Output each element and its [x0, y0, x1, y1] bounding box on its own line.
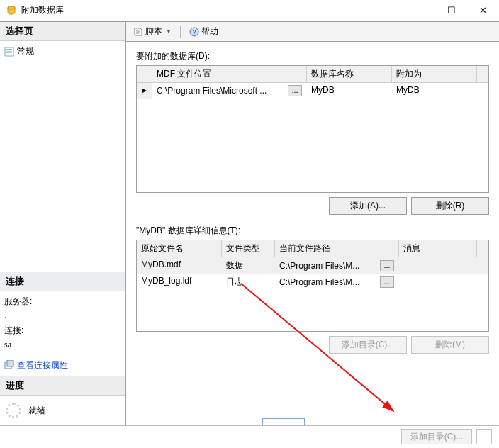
database-icon: [6, 5, 17, 16]
table-row[interactable]: MyDB.mdf 数据 C:\Program Files\M... ...: [137, 257, 488, 274]
script-button[interactable]: 脚本 ▼: [130, 24, 174, 39]
col-db-name[interactable]: 数据库名称: [307, 66, 392, 82]
databases-grid[interactable]: MDF 文件位置 数据库名称 附加为 ▸ C:\Program Files\Mi…: [136, 65, 489, 193]
remove-button[interactable]: 删除(R): [411, 197, 489, 215]
footer-add-directory-button: 添加目录(C)...: [401, 429, 472, 444]
focus-indicator: [262, 418, 305, 425]
help-icon: ?: [189, 27, 199, 37]
progress-spinner-icon: [6, 403, 21, 418]
server-value: .: [4, 308, 121, 323]
svg-rect-7: [7, 360, 13, 366]
browse-button[interactable]: ...: [380, 260, 394, 271]
right-panel: 脚本 ▼ ? 帮助 要附加的数据库(D): MDF 文件位置 数据库名称 附加为…: [126, 22, 499, 425]
col-original-filename[interactable]: 原始文件名: [137, 240, 222, 257]
view-connection-properties-link[interactable]: 查看连接属性: [17, 358, 68, 372]
browse-button[interactable]: ...: [288, 85, 302, 96]
left-panel: 选择页 常规 连接 服务器: . 连接: sa 查看连接属性 进度 就绪: [0, 22, 126, 425]
cell-filename: MyDB_log.ldf: [137, 274, 222, 290]
cell-path: C:\Program Files\M...: [279, 277, 377, 287]
details-grid[interactable]: 原始文件名 文件类型 当前文件路径 消息 MyDB.mdf 数据 C:\Prog…: [136, 240, 489, 332]
close-button[interactable]: ✕: [467, 0, 499, 21]
browse-button[interactable]: ...: [380, 276, 394, 288]
page-icon: [4, 47, 14, 57]
table-row[interactable]: ▸ C:\Program Files\Microsoft ... ... MyD…: [137, 83, 488, 99]
cell-path: C:\Program Files\M...: [279, 261, 377, 271]
progress-head: 进度: [0, 376, 125, 396]
col-message[interactable]: 消息: [399, 240, 477, 257]
remove-file-button: 删除(M): [411, 336, 489, 354]
databases-to-attach-label: 要附加的数据库(D):: [136, 50, 489, 62]
svg-text:?: ?: [192, 28, 196, 35]
titlebar: 附加数据库 — ☐ ✕: [0, 0, 499, 21]
col-current-path[interactable]: 当前文件路径: [275, 240, 399, 257]
svg-rect-4: [6, 51, 12, 52]
conn-label: 连接:: [4, 323, 121, 337]
connection-head: 连接: [0, 272, 125, 291]
svg-rect-5: [6, 52, 12, 53]
cell-filetype: 数据: [222, 257, 275, 274]
cell-mdf-path: C:\Program Files\Microsoft ...: [157, 86, 285, 96]
dialog-footer: 添加目录(C)...: [0, 425, 499, 447]
svg-rect-3: [6, 49, 12, 50]
maximize-button[interactable]: ☐: [435, 0, 467, 21]
add-directory-button: 添加目录(C)...: [329, 336, 407, 354]
col-file-type[interactable]: 文件类型: [222, 240, 275, 257]
progress-status: 就绪: [28, 405, 45, 417]
help-button[interactable]: ? 帮助: [186, 24, 221, 39]
row-indicator-icon: ▸: [137, 83, 152, 99]
chevron-down-icon: ▼: [166, 28, 172, 35]
db-details-label: "MyDB" 数据库详细信息(T):: [136, 225, 489, 237]
script-icon: [133, 27, 143, 37]
page-general[interactable]: 常规: [4, 44, 121, 59]
cell-attach-as: MyDB: [392, 83, 477, 99]
cell-filename: MyDB.mdf: [137, 257, 222, 274]
connection-props-icon: [4, 360, 14, 370]
col-mdf-location[interactable]: MDF 文件位置: [152, 66, 307, 82]
footer-square-button: [476, 429, 492, 444]
toolbar: 脚本 ▼ ? 帮助: [126, 22, 499, 42]
select-page-head: 选择页: [0, 22, 125, 41]
server-label: 服务器:: [4, 294, 121, 308]
cell-db-name: MyDB: [307, 83, 392, 99]
page-general-label: 常规: [17, 45, 34, 57]
cell-filetype: 日志: [222, 274, 275, 290]
minimize-button[interactable]: —: [403, 0, 435, 21]
table-row[interactable]: MyDB_log.ldf 日志 C:\Program Files\M... ..…: [137, 274, 488, 290]
col-attach-as[interactable]: 附加为: [392, 66, 477, 82]
window-title: 附加数据库: [21, 4, 403, 16]
add-button[interactable]: 添加(A)...: [329, 197, 407, 215]
conn-value: sa: [4, 337, 121, 352]
